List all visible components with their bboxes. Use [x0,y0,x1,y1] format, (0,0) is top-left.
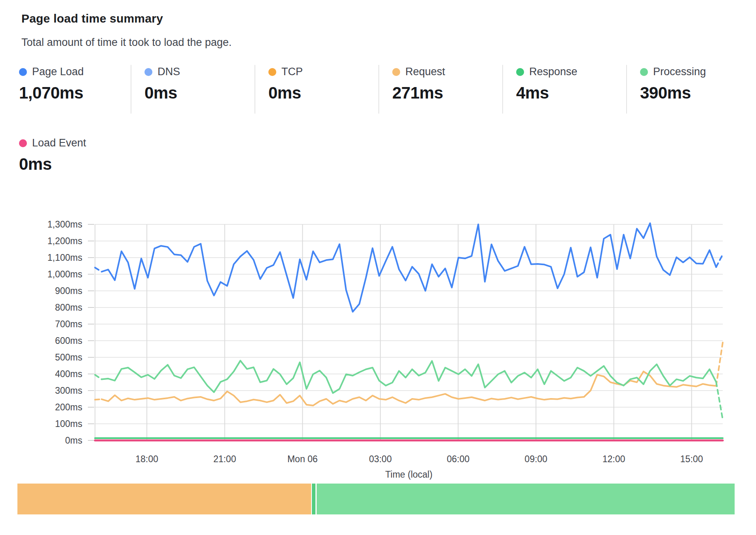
x-tick-label: 06:00 [447,454,470,464]
y-tick-label: 600ms [55,336,82,346]
series-request-dashed-start [95,399,102,400]
segment-passing-dark[interactable] [312,484,315,514]
y-tick-label: 1,300ms [47,219,82,230]
status-timeline [17,484,735,514]
series-processing-dashed-start [95,375,102,379]
x-tick-label: 18:00 [135,454,158,464]
y-tick-label: 700ms [55,319,82,329]
series-page-load-dashed-end [716,254,723,267]
y-tick-label: 400ms [55,369,82,379]
y-tick-label: 100ms [55,419,82,429]
series-processing [102,360,716,393]
segment-degraded[interactable] [17,484,311,514]
y-tick-label: 500ms [55,352,82,362]
y-tick-label: 900ms [55,286,82,296]
y-tick-label: 0ms [65,435,82,446]
series-request [102,372,716,406]
x-tick-label: 15:00 [680,454,703,464]
series-request-dashed-end [716,342,723,386]
series-processing-dashed-end [716,382,723,419]
x-axis-title: Time (local) [385,469,432,480]
x-tick-label: 09:00 [524,454,547,464]
segment-passing[interactable] [317,484,734,514]
series-page-load-dashed-start [95,268,102,272]
series-page-load [102,223,716,312]
x-tick-label: Mon 06 [287,454,318,464]
y-tick-label: 1,100ms [47,252,82,263]
y-tick-label: 300ms [55,385,82,396]
x-tick-label: 21:00 [213,454,236,464]
y-tick-label: 200ms [55,402,82,412]
y-tick-label: 1,200ms [47,236,82,246]
page-load-summary-panel: { "header": { "title": "Page load time s… [0,0,756,535]
x-tick-label: 03:00 [369,454,392,464]
y-tick-label: 1,000ms [47,269,82,279]
y-tick-label: 800ms [55,302,82,313]
x-tick-label: 12:00 [602,454,625,464]
load-time-chart[interactable]: 0ms100ms200ms300ms400ms500ms600ms700ms80… [0,0,756,535]
